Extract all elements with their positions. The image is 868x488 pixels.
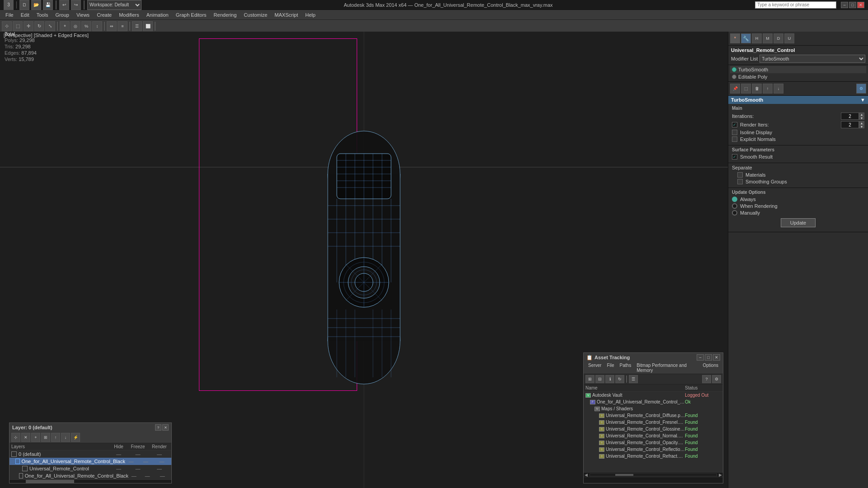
ts-iterations-arrows[interactable]: ▲ ▼ bbox=[859, 113, 864, 120]
ts-ri-up[interactable]: ▲ bbox=[859, 121, 864, 125]
ts-manually-radio[interactable] bbox=[732, 210, 737, 216]
layer-row-remote-black[interactable]: One_for_All_Universal_Remote_Control_Bla… bbox=[9, 458, 171, 465]
asset-scroll-thumb[interactable] bbox=[615, 474, 633, 476]
remove-mod-icon[interactable]: 🗑 bbox=[752, 84, 762, 94]
layer-scroll-thumb[interactable] bbox=[26, 480, 74, 483]
layer-row-remote-black2[interactable]: One_for_All_Universal_Remote_Control_Bla… bbox=[9, 472, 171, 479]
asset-menu-server[interactable]: Server bbox=[585, 362, 604, 373]
menu-file[interactable]: File bbox=[2, 11, 17, 19]
asset-row-fresnel[interactable]: T Universal_Remote_Control_Fresnel.png F… bbox=[584, 419, 723, 426]
move-btn[interactable]: ✛ bbox=[24, 21, 33, 31]
layer-row-default[interactable]: 0 (default) — — — bbox=[9, 450, 171, 458]
asset-row-vault[interactable]: V Autodesk Vault Logged Out bbox=[584, 392, 723, 399]
menu-tools[interactable]: Tools bbox=[33, 11, 52, 19]
menu-create[interactable]: Create bbox=[93, 11, 115, 19]
turbosmooth-header[interactable]: TurboSmooth ▼ bbox=[728, 96, 868, 104]
asset-maximize-btn[interactable]: □ bbox=[705, 354, 712, 361]
move-mod-up-icon[interactable]: ↑ bbox=[763, 84, 773, 94]
utilities-icon[interactable]: U bbox=[784, 33, 794, 43]
asset-tb-help-btn[interactable]: ? bbox=[702, 375, 711, 383]
asset-tb-list-btn[interactable]: ☰ bbox=[629, 375, 638, 383]
menu-maxscript[interactable]: MAXScript bbox=[271, 11, 302, 19]
asset-menu-file[interactable]: File bbox=[604, 362, 617, 373]
menu-modifiers[interactable]: Modifiers bbox=[115, 11, 143, 19]
ts-renderiters-input[interactable] bbox=[841, 121, 859, 128]
configure-mod-icon[interactable]: ⚙ bbox=[856, 84, 866, 94]
ts-iterations-input[interactable] bbox=[841, 113, 859, 120]
asset-menu-options[interactable]: Options bbox=[700, 362, 721, 373]
asset-row-reflection[interactable]: T Universal_Remote_Control_Reflection.pn… bbox=[584, 446, 723, 453]
layer-scrollbar[interactable] bbox=[9, 479, 171, 483]
modifier-turbosmooth[interactable]: TurboSmooth bbox=[730, 66, 866, 73]
ts-iter-up[interactable]: ▲ bbox=[859, 113, 864, 116]
minimize-btn[interactable]: – bbox=[841, 2, 848, 8]
motion-icon[interactable]: M bbox=[763, 33, 773, 43]
menu-customize[interactable]: Customize bbox=[240, 11, 271, 19]
ts-ri-down[interactable]: ▼ bbox=[859, 125, 864, 128]
asset-row-maps[interactable]: M Maps / Shaders bbox=[584, 405, 723, 412]
asset-scrollbar[interactable]: ◀ ▶ bbox=[584, 472, 723, 477]
redo-btn[interactable]: ↪ bbox=[71, 0, 81, 10]
move-mod-down-icon[interactable]: ↓ bbox=[774, 84, 783, 94]
app-icon[interactable]: 3 bbox=[4, 0, 14, 10]
layer-move-down-btn[interactable]: ↓ bbox=[61, 433, 70, 442]
asset-close-btn[interactable]: ✕ bbox=[713, 354, 720, 361]
select-region-btn[interactable]: ⬚ bbox=[13, 21, 23, 31]
asset-tb-settings-btn[interactable]: ⚙ bbox=[712, 375, 721, 383]
layer-btn[interactable]: ☰ bbox=[132, 21, 142, 31]
layer-help-btn[interactable]: ? bbox=[155, 424, 161, 431]
pin-stack-icon[interactable]: 📌 bbox=[730, 84, 740, 94]
modifier-list-dropdown[interactable]: TurboSmooth bbox=[760, 55, 865, 63]
asset-scroll-left-arrow[interactable]: ◀ bbox=[584, 473, 589, 477]
asset-row-refract[interactable]: T Universal_Remote_Control_Refract.png F… bbox=[584, 453, 723, 460]
modify-panel-icon[interactable]: 🔧 bbox=[741, 33, 751, 43]
maximize-btn[interactable]: □ bbox=[849, 2, 856, 8]
menu-edit[interactable]: Edit bbox=[17, 11, 33, 19]
ts-isoline-checkbox[interactable] bbox=[732, 130, 737, 135]
hierarchy-icon[interactable]: H bbox=[752, 33, 762, 43]
menu-graph-editors[interactable]: Graph Editors bbox=[172, 11, 210, 19]
ts-when-rendering-radio[interactable] bbox=[732, 203, 737, 209]
ribbon-btn[interactable]: ⬜ bbox=[143, 21, 153, 31]
select-btn[interactable]: ⊹ bbox=[2, 21, 12, 31]
menu-help[interactable]: Help bbox=[302, 11, 319, 19]
create-panel-icon[interactable]: * bbox=[730, 33, 740, 43]
ts-materials-checkbox[interactable] bbox=[737, 172, 743, 178]
asset-row-file[interactable]: F One_for_All_Universal_Remote_Control_B… bbox=[584, 399, 723, 405]
ts-renderiters-checkbox[interactable]: ✓ bbox=[732, 122, 737, 127]
asset-scroll-right-arrow[interactable]: ▶ bbox=[718, 473, 723, 477]
ts-smoothing-groups-checkbox[interactable] bbox=[737, 179, 743, 184]
rotate-btn[interactable]: ↻ bbox=[34, 21, 44, 31]
unique-icon[interactable]: ⬚ bbox=[741, 84, 751, 94]
search-input[interactable] bbox=[755, 1, 836, 9]
layer-row-universal[interactable]: Universal_Remote_Control — — — bbox=[9, 465, 171, 472]
spinner-snap-btn[interactable]: ↕ bbox=[92, 21, 102, 31]
asset-row-normal[interactable]: T Universal_Remote_Control_Normal.png Fo… bbox=[584, 432, 723, 439]
asset-tb-expand-btn[interactable]: ⊞ bbox=[585, 375, 594, 383]
new-btn[interactable]: 🗋 bbox=[19, 0, 29, 10]
menu-group[interactable]: Group bbox=[52, 11, 73, 19]
ts-explicit-checkbox[interactable] bbox=[732, 136, 737, 142]
asset-row-diffuse[interactable]: T Universal_Remote_Control_Diffuse.png F… bbox=[584, 412, 723, 419]
ts-iterations-spinner[interactable]: ▲ ▼ bbox=[841, 113, 864, 120]
angle-snap-btn[interactable]: ◎ bbox=[71, 21, 80, 31]
asset-row-opacity[interactable]: T Universal_Remote_Control_Opacity.png F… bbox=[584, 439, 723, 446]
layer-close-btn[interactable]: ✕ bbox=[162, 424, 169, 431]
mirror-btn[interactable]: ⇔ bbox=[107, 21, 117, 31]
layer-move-up-btn[interactable]: ↑ bbox=[51, 433, 60, 442]
display-icon[interactable]: D bbox=[774, 33, 783, 43]
ts-smooth-result-checkbox[interactable]: ✓ bbox=[732, 154, 737, 160]
menu-rendering[interactable]: Rendering bbox=[210, 11, 241, 19]
workspace-dropdown[interactable]: Workspace: Default bbox=[87, 0, 142, 10]
layer-add-sel-btn[interactable]: ⊞ bbox=[41, 433, 50, 442]
asset-tb-collapse-btn[interactable]: ⊟ bbox=[595, 375, 604, 383]
percent-snap-btn[interactable]: % bbox=[81, 21, 91, 31]
asset-row-glossiness[interactable]: T Universal_Remote_Control_Glossiness.pn… bbox=[584, 426, 723, 432]
close-btn[interactable]: ✕ bbox=[857, 2, 864, 8]
align-btn[interactable]: ≡ bbox=[118, 21, 127, 31]
save-btn[interactable]: 💾 bbox=[43, 0, 53, 10]
ts-always-radio[interactable] bbox=[732, 197, 737, 202]
asset-tb-info-btn[interactable]: ℹ bbox=[605, 375, 614, 383]
menu-views[interactable]: Views bbox=[73, 11, 93, 19]
asset-menu-paths[interactable]: Paths bbox=[617, 362, 634, 373]
